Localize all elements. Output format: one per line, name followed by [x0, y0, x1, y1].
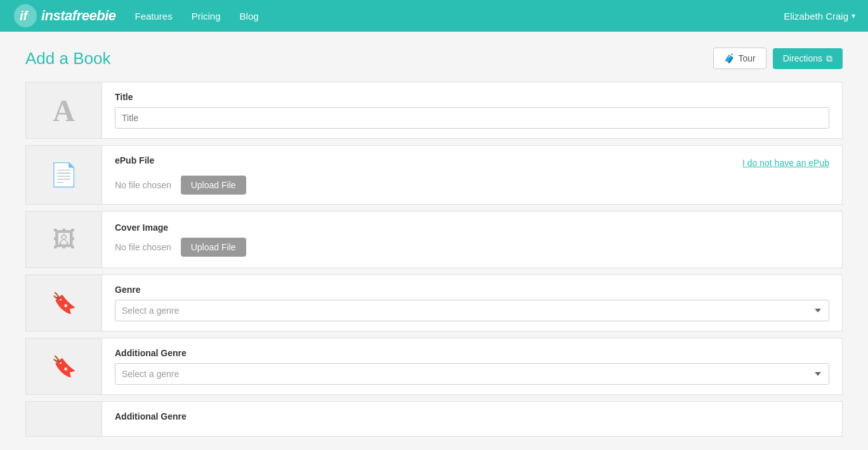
epub-label: ePub File	[115, 155, 154, 165]
page-header: Add a Book 🧳 Tour Directions ⧉	[25, 48, 843, 69]
cover-no-file-text: No file chosen	[115, 242, 171, 252]
nav-features[interactable]: Features	[135, 11, 173, 22]
additional-genre2-label: Additional Genre	[115, 411, 829, 421]
additional-genre-section: 🔖 Additional Genre Select a genre	[25, 338, 843, 395]
additional-genre-icon-area: 🔖	[26, 338, 102, 394]
genre-label: Genre	[115, 285, 829, 295]
title-icon-area: A	[26, 82, 102, 138]
navbar: if instafreebie Features Pricing Blog El…	[0, 0, 868, 32]
additional-genre-label: Additional Genre	[115, 348, 829, 358]
file-icon: 📄	[49, 162, 78, 188]
epub-upload-button[interactable]: Upload File	[181, 176, 246, 195]
additional-genre2-icon-area	[26, 402, 102, 436]
epub-no-file-text: No file chosen	[115, 180, 171, 190]
logo-text: instafreebie	[41, 8, 116, 24]
logo-icon: if	[13, 3, 38, 29]
nav-pricing[interactable]: Pricing	[192, 11, 221, 22]
cover-file-row: No file chosen Upload File	[115, 238, 829, 257]
directions-button[interactable]: Directions ⧉	[773, 48, 843, 69]
external-link-icon: ⧉	[826, 53, 832, 64]
epub-section: 📄 ePub File I do not have an ePub No fil…	[25, 145, 843, 205]
genre-section: 🔖 Genre Select a genre	[25, 274, 843, 331]
additional-genre2-body: Additional Genre	[102, 402, 842, 436]
title-body: Title	[102, 82, 842, 138]
genre-select[interactable]: Select a genre	[115, 300, 829, 321]
epub-header-row: ePub File I do not have an ePub	[115, 155, 829, 170]
genre-body: Genre Select a genre	[102, 275, 842, 331]
title-section: A Title	[25, 82, 843, 139]
nav-blog[interactable]: Blog	[240, 11, 259, 22]
genre-icon-area: 🔖	[26, 275, 102, 331]
cover-upload-button[interactable]: Upload File	[181, 238, 246, 257]
navbar-left: if instafreebie Features Pricing Blog	[13, 3, 259, 29]
additional-genre-select[interactable]: Select a genre	[115, 363, 829, 385]
header-actions: 🧳 Tour Directions ⧉	[713, 48, 843, 69]
navbar-logo[interactable]: if instafreebie	[13, 3, 116, 29]
user-name: Elizabeth Craig	[784, 11, 848, 22]
cover-label: Cover Image	[115, 222, 829, 233]
bookmark2-icon: 🔖	[51, 354, 77, 378]
page-content: Add a Book 🧳 Tour Directions ⧉ A Title 📄	[0, 32, 868, 450]
page-title: Add a Book	[25, 49, 110, 68]
user-menu[interactable]: Elizabeth Craig ▾	[784, 11, 855, 22]
cover-icon-area: 🖼	[26, 212, 102, 267]
epub-file-row: No file chosen Upload File	[115, 176, 829, 195]
additional-genre2-section: Additional Genre	[25, 401, 843, 437]
image-icon: 🖼	[53, 226, 76, 253]
additional-genre-body: Additional Genre Select a genre	[102, 338, 842, 394]
title-label: Title	[115, 92, 829, 102]
cover-section: 🖼 Cover Image No file chosen Upload File	[25, 211, 843, 268]
epub-icon-area: 📄	[26, 146, 102, 204]
suitcase-icon: 🧳	[724, 53, 735, 63]
epub-body: ePub File I do not have an ePub No file …	[102, 146, 842, 204]
cover-body: Cover Image No file chosen Upload File	[102, 212, 842, 267]
tour-button[interactable]: 🧳 Tour	[713, 48, 766, 69]
no-epub-link[interactable]: I do not have an ePub	[742, 158, 829, 168]
user-dropdown-arrow: ▾	[852, 11, 855, 20]
letter-a-icon: A	[53, 93, 75, 128]
bookmark-icon: 🔖	[51, 291, 77, 315]
title-input[interactable]	[115, 107, 829, 129]
